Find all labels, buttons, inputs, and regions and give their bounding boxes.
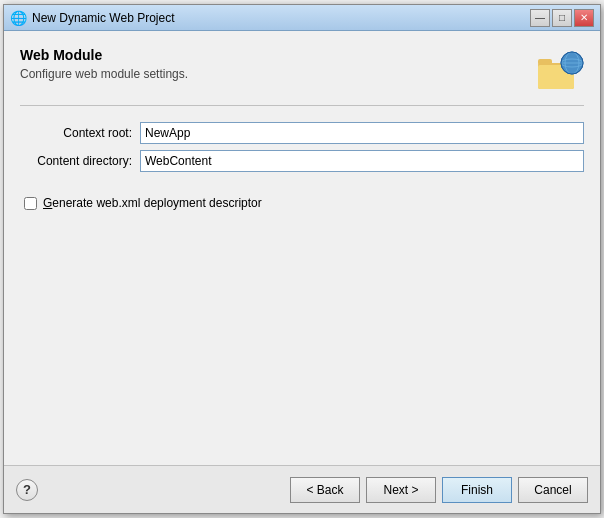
form-section: Context root: Content directory: xyxy=(20,122,584,172)
close-button[interactable]: ✕ xyxy=(574,9,594,27)
checkbox-row: Generate web.xml deployment descriptor xyxy=(24,196,584,210)
finish-button[interactable]: Finish xyxy=(442,477,512,503)
title-bar: 🌐 New Dynamic Web Project — □ ✕ xyxy=(4,5,600,31)
maximize-button[interactable]: □ xyxy=(552,9,572,27)
content-area: Web Module Configure web module settings… xyxy=(4,31,600,465)
context-root-input[interactable] xyxy=(140,122,584,144)
checkbox-label-text: Generate web.xml deployment descriptor xyxy=(43,196,262,210)
spacer xyxy=(20,210,584,455)
checkbox-label-underline: G xyxy=(43,196,52,210)
title-bar-buttons: — □ ✕ xyxy=(530,9,594,27)
next-button[interactable]: Next > xyxy=(366,477,436,503)
generate-webxml-checkbox[interactable] xyxy=(24,197,37,210)
generate-webxml-label[interactable]: Generate web.xml deployment descriptor xyxy=(43,196,262,210)
content-dir-label: Content directory: xyxy=(20,154,140,168)
title-bar-text: New Dynamic Web Project xyxy=(32,11,530,25)
dialog-window: 🌐 New Dynamic Web Project — □ ✕ Web Modu… xyxy=(3,4,601,514)
header-text: Web Module Configure web module settings… xyxy=(20,47,536,81)
header-title: Web Module xyxy=(20,47,536,63)
bottom-bar: ? < Back Next > Finish Cancel xyxy=(4,465,600,513)
minimize-button[interactable]: — xyxy=(530,9,550,27)
bottom-buttons: < Back Next > Finish Cancel xyxy=(290,477,588,503)
header-subtitle: Configure web module settings. xyxy=(20,67,536,81)
content-dir-row: Content directory: xyxy=(20,150,584,172)
folder-globe-svg xyxy=(536,47,584,95)
svg-rect-1 xyxy=(538,59,552,65)
header-section: Web Module Configure web module settings… xyxy=(20,47,584,106)
back-button[interactable]: < Back xyxy=(290,477,360,503)
cancel-button[interactable]: Cancel xyxy=(518,477,588,503)
header-icon xyxy=(536,47,584,95)
title-bar-icon: 🌐 xyxy=(10,10,26,26)
help-button[interactable]: ? xyxy=(16,479,38,501)
context-root-label: Context root: xyxy=(20,126,140,140)
content-dir-input[interactable] xyxy=(140,150,584,172)
context-root-row: Context root: xyxy=(20,122,584,144)
checkbox-section: Generate web.xml deployment descriptor xyxy=(20,196,584,210)
